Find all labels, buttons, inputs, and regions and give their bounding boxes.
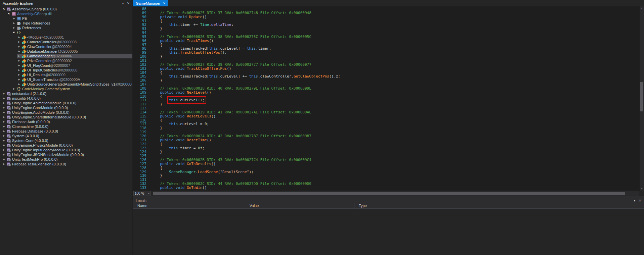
editor-horizontal-scrollbar[interactable] <box>153 191 639 196</box>
tree-item[interactable]: ▶UnityEngine.AnimationModule (0.0.0.0) <box>0 101 132 105</box>
locals-close-icon[interactable]: × <box>637 198 643 203</box>
expand-arrow-icon[interactable]: ▶ <box>17 55 21 57</box>
expand-arrow-icon[interactable]: ▶ <box>2 139 6 142</box>
expand-arrow-icon[interactable]: ▶ <box>2 92 6 95</box>
code-line[interactable]: 106 } <box>133 79 639 83</box>
expand-arrow-icon[interactable]: ▶ <box>2 135 6 137</box>
tree-item[interactable]: ▶Firebase.Database (0.0.0.0) <box>0 129 132 134</box>
expand-arrow-icon[interactable]: ▶ <box>17 45 21 48</box>
tree-item[interactable]: ▶PE <box>0 16 132 21</box>
expand-arrow-icon[interactable]: ▶ <box>2 111 6 114</box>
expand-arrow-icon[interactable]: ▶ <box>17 69 21 71</box>
code-line[interactable]: 121 public void ResetTime() <box>133 138 639 142</box>
expand-arrow-icon[interactable]: ▶ <box>2 125 6 128</box>
code-line[interactable]: 90 private void Update() <box>133 15 639 19</box>
tree-item[interactable]: ▶UI_SceneTransition @0200000A <box>0 77 132 82</box>
expand-arrow-icon[interactable]: ▶ <box>17 41 21 43</box>
expand-arrow-icon[interactable]: ▶ <box>12 17 16 20</box>
expand-arrow-icon[interactable]: ▶ <box>2 144 6 147</box>
scroll-up-icon[interactable]: ▲ <box>640 7 644 9</box>
expand-arrow-icon[interactable]: ▶ <box>12 88 16 90</box>
tree-item[interactable]: ▶PrizeController @02000002 <box>0 58 132 63</box>
code-line[interactable]: 96 public void TrackTimes() <box>133 39 639 43</box>
tree-item[interactable]: ▶UnityEngine.PhysicsModule (0.0.0.0) <box>0 143 132 148</box>
tab-close-icon[interactable]: × <box>163 1 165 5</box>
panel-close-icon[interactable]: × <box>126 1 131 6</box>
code-line[interactable]: 103 public void TrackClawOffsetPos() <box>133 67 639 71</box>
tree-item[interactable]: ▶mscorlib (4.0.0.0) <box>0 96 132 101</box>
expand-arrow-icon[interactable]: ▶ <box>2 106 6 109</box>
tree-item[interactable]: ▶UI_InputController @02000008 <box>0 68 132 72</box>
code-line[interactable]: 124 } <box>133 150 639 154</box>
editor-vertical-scrollbar[interactable]: ▲ ▼ <box>640 6 644 191</box>
expand-arrow-icon[interactable]: ▶ <box>17 78 21 81</box>
expand-arrow-icon[interactable]: ▶ <box>17 59 21 62</box>
tree-item[interactable]: ▶ClawController @02000004 <box>0 44 132 49</box>
expand-arrow-icon[interactable]: ▶ <box>2 102 6 104</box>
code-line[interactable]: 129 SceneManager.LoadScene("ResultScene"… <box>133 170 639 174</box>
expand-arrow-icon[interactable]: ▶ <box>2 116 6 118</box>
tree-item[interactable]: ▶UnityEngine.InputLegacyModule (0.0.0.0) <box>0 148 132 152</box>
code-line[interactable]: 130 } <box>133 174 639 178</box>
code-line[interactable]: 110 { <box>133 95 639 99</box>
collapse-arrow-icon[interactable]: ▶ <box>7 11 11 16</box>
code-line[interactable]: 118 } <box>133 126 639 130</box>
tree-item[interactable]: ▶System (4.0.0.0) <box>0 134 132 138</box>
expand-arrow-icon[interactable]: ▶ <box>12 27 16 29</box>
tree-item[interactable]: ▶UnitySourceGeneratedAssemblyMonoScriptT… <box>0 82 132 87</box>
locals-body[interactable] <box>133 209 644 255</box>
expand-arrow-icon[interactable]: ▶ <box>12 22 16 24</box>
code-line[interactable]: 132 // Token: 0x0600002C RID: 44 RVA: 0x… <box>133 182 639 186</box>
expand-arrow-icon[interactable]: ▶ <box>17 83 21 86</box>
tree-item[interactable]: ▶{}- <box>0 30 132 35</box>
expand-arrow-icon[interactable]: ▶ <box>2 120 6 123</box>
tree-item[interactable]: ▶netstandard (2.1.0.0) <box>0 91 132 96</box>
code-line[interactable]: 133 public void GoToWin() <box>133 186 639 190</box>
code-line[interactable]: 99 this.TrackClawOffsetPos(); <box>133 51 639 55</box>
vertical-scrollbar-thumb[interactable] <box>640 82 643 111</box>
tree-item[interactable]: ▶DatabaseManager @02000005 <box>0 49 132 54</box>
tree-item[interactable]: ▶Firebase.Auth (0.0.0.0) <box>0 119 132 124</box>
tree-item[interactable]: ▶UnityEngine.SharedInternalsModule (0.0.… <box>0 115 132 119</box>
code-line[interactable]: 127 public void GoToResults() <box>133 162 639 166</box>
zoom-control[interactable]: 100 % ▾ <box>133 191 151 196</box>
expand-arrow-icon[interactable]: ▶ <box>2 153 6 156</box>
expand-arrow-icon[interactable]: ▶ <box>17 36 21 39</box>
code-line[interactable]: 115 public void ResetLevels() <box>133 114 639 118</box>
tree-item[interactable]: ▶Assembly-CSharp (0.0.0.0) <box>0 7 132 11</box>
tree-item[interactable]: ▶{}CodeMonkey.CameraSystem <box>0 87 132 91</box>
code-line[interactable]: 109 public void NextLevel() <box>133 91 639 95</box>
tree-item[interactable]: ▶Assembly-CSharp.dll <box>0 11 132 16</box>
tree-item[interactable]: ▶<Module> @02000001 <box>0 35 132 40</box>
expand-arrow-icon[interactable]: ▶ <box>2 97 6 100</box>
expand-arrow-icon[interactable]: ▶ <box>2 158 6 161</box>
code-line[interactable]: 112 } <box>133 102 639 106</box>
tree-item[interactable]: ▶UI_FlagCount @02000007 <box>0 63 132 68</box>
code-line[interactable]: 117 this.curLevel = 0; <box>133 122 639 126</box>
panel-menu-icon[interactable]: ▾ <box>120 1 126 6</box>
expand-arrow-icon[interactable]: ▶ <box>2 130 6 133</box>
code-line[interactable]: 92 this.timer += Time.deltaTime; <box>133 23 639 27</box>
code-line[interactable]: 89 // Token: 0x06000025 RID: 37 RVA: 0x0… <box>133 11 639 15</box>
tree-item[interactable]: ▶UnityEngine.CoreModule (0.0.0.0) <box>0 105 132 110</box>
column-header-type[interactable]: Type <box>354 203 408 208</box>
code-line[interactable]: 122 { <box>133 142 639 146</box>
scroll-down-icon[interactable]: ▼ <box>640 188 644 190</box>
horizontal-scrollbar-thumb[interactable] <box>153 192 625 195</box>
tree-item[interactable]: ▶Type References <box>0 21 132 26</box>
expand-arrow-icon[interactable]: ▶ <box>2 163 6 165</box>
collapse-arrow-icon[interactable]: ▶ <box>12 30 16 35</box>
collapse-arrow-icon[interactable]: ▶ <box>2 7 6 11</box>
code-line[interactable]: 100 } <box>133 55 639 59</box>
tree-item[interactable]: ▶UI_Results @02000009 <box>0 72 132 77</box>
tree-item[interactable]: ▶Cinemachine (0.0.0.0) <box>0 124 132 129</box>
locals-menu-icon[interactable]: ▾ <box>632 198 637 203</box>
code-line[interactable]: 105 this.timesTracked[this.curLevel] += … <box>133 74 639 79</box>
tree-item[interactable]: ▶GameManager @02000006 <box>0 54 132 58</box>
code-editor[interactable]: 8889 // Token: 0x06000025 RID: 37 RVA: 0… <box>133 6 644 191</box>
tree-item[interactable]: ▶UnityEngine.JSONSerializeModule (0.0.0.… <box>0 152 132 157</box>
code-line[interactable]: 93 } <box>133 27 639 31</box>
tree-item[interactable]: ▶UnityEngine.AudioModule (0.0.0.0) <box>0 110 132 115</box>
column-header-value[interactable]: Value <box>245 203 354 208</box>
tab-gamemanager[interactable]: GameManager × <box>133 0 168 6</box>
